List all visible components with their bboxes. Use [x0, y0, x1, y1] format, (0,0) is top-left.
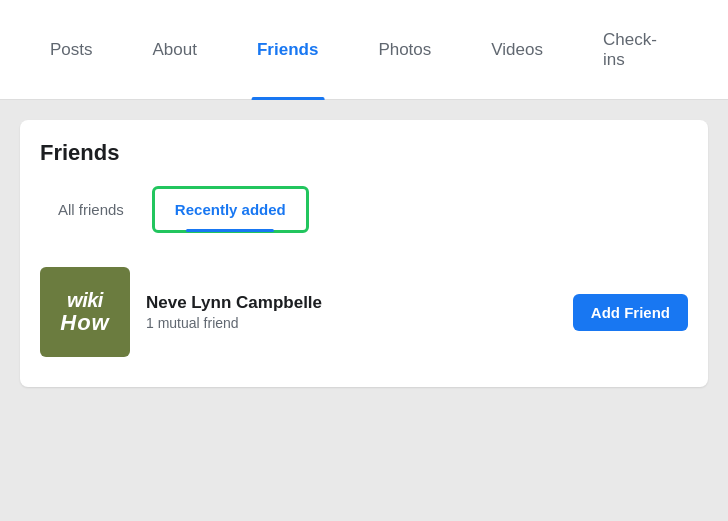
friend-list-item: wiki How Neve Lynn Campbelle 1 mutual fr…	[40, 257, 688, 367]
friend-name: Neve Lynn Campbelle	[146, 293, 557, 313]
friends-section-card: Friends All friends Recently added wiki …	[20, 120, 708, 387]
add-friend-button[interactable]: Add Friend	[573, 294, 688, 331]
nav-videos[interactable]: Videos	[461, 0, 573, 100]
friends-tabs: All friends Recently added	[40, 186, 688, 233]
nav-checkins[interactable]: Check-ins	[573, 0, 708, 100]
top-nav: Posts About Friends Photos Videos Check-…	[0, 0, 728, 100]
tab-all-friends[interactable]: All friends	[40, 191, 142, 228]
main-content: Friends All friends Recently added wiki …	[0, 100, 728, 407]
nav-about[interactable]: About	[123, 0, 227, 100]
wikihow-top-text: wiki	[67, 289, 103, 311]
wikihow-bottom-text: How	[60, 311, 109, 335]
nav-friends[interactable]: Friends	[227, 0, 348, 100]
nav-posts[interactable]: Posts	[20, 0, 123, 100]
recently-added-highlight-box: Recently added	[152, 186, 309, 233]
nav-photos[interactable]: Photos	[348, 0, 461, 100]
friend-info: Neve Lynn Campbelle 1 mutual friend	[146, 293, 557, 331]
friend-mutual: 1 mutual friend	[146, 315, 557, 331]
wikihow-logo: wiki How	[40, 267, 130, 357]
tab-recently-added[interactable]: Recently added	[157, 191, 304, 228]
section-title: Friends	[40, 140, 688, 166]
avatar: wiki How	[40, 267, 130, 357]
